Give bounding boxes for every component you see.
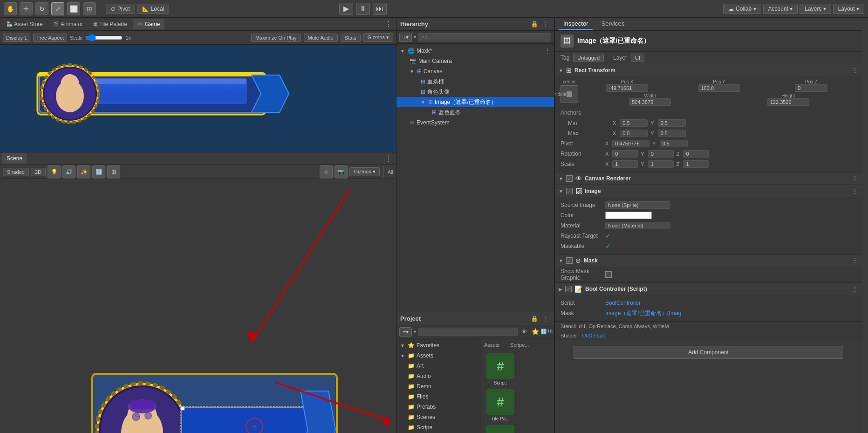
transform-tool-btn[interactable]: ⊞ — [83, 2, 96, 15]
proj-item-scenes[interactable]: 📁 Scenes — [396, 412, 480, 422]
scene-grid-btn[interactable]: ⊞ — [107, 165, 120, 179]
hierarchy-add-btn[interactable]: +▾ — [399, 33, 412, 42]
project-more-btn[interactable]: ⋮ — [541, 314, 550, 323]
rt-settings[interactable]: ⋮ — [852, 67, 858, 74]
play-btn[interactable]: ▶ — [339, 3, 353, 15]
tab-services[interactable]: Services — [596, 18, 629, 30]
proj-item-demo[interactable]: 📁 Demo — [396, 381, 480, 392]
project-search[interactable] — [418, 328, 518, 336]
project-lock-btn[interactable]: 🔒 — [530, 314, 539, 323]
layout-btn[interactable]: Layout ▾ — [833, 4, 864, 14]
anchor-min-y[interactable] — [658, 119, 686, 127]
mute-btn[interactable]: Mute Audio — [304, 34, 338, 42]
anchor-preset-widget[interactable]: middle — [560, 85, 578, 103]
scale-tool-btn[interactable]: ⤢ — [51, 2, 64, 15]
show-mask-checkbox[interactable] — [605, 271, 612, 278]
img-checkbox[interactable]: ✓ — [566, 188, 573, 194]
cr-checkbox[interactable]: ✓ — [566, 175, 573, 182]
color-swatch[interactable] — [605, 212, 652, 219]
display-select[interactable]: Display 1 — [3, 34, 30, 42]
scale-y[interactable] — [648, 160, 674, 168]
scene-cam-btn[interactable]: 📷 — [335, 165, 348, 179]
asset-tile-palette[interactable]: # Tile Pa... — [484, 389, 517, 421]
hier-item-image-mask[interactable]: ▼ ⊞ Image（遮罩/已重命名） — [396, 97, 554, 107]
rotate-tool-btn[interactable]: ↻ — [35, 2, 48, 15]
hierarchy-lock-btn[interactable]: 🔒 — [530, 20, 539, 29]
mask-enabled-check[interactable]: ✓ — [566, 257, 573, 264]
rotation-x[interactable] — [612, 150, 638, 158]
hier-item-portrait[interactable]: ⊞ 角色头像 — [396, 87, 554, 97]
maximize-btn[interactable]: Maximize On Play — [251, 34, 301, 42]
hier-item-canvas[interactable]: ▼ ⊞ Canvas — [396, 66, 554, 76]
anchor-min-x[interactable] — [620, 119, 648, 127]
proj-item-audio[interactable]: 📁 Audio — [396, 371, 480, 381]
proj-item-files[interactable]: 📁 Files — [396, 392, 480, 402]
bc-mask-value[interactable]: Image（遮罩/已重命名）(Imag — [605, 309, 681, 317]
cr-settings[interactable]: ⋮ — [852, 175, 858, 182]
2d-btn[interactable]: 2D — [31, 168, 46, 176]
canvas-renderer-header[interactable]: ▼ ✓ 👁 Canvas Renderer ⋮ — [555, 172, 862, 185]
proj-item-art[interactable]: 📁 Art — [396, 361, 480, 371]
scene-fx-btn[interactable]: ✨ — [77, 165, 90, 179]
bool-controller-header[interactable]: ▶ ✓ 📝 Bool Controller (Script) ⋮ — [555, 283, 862, 295]
proj-item-scripe[interactable]: 📁 Scripe — [396, 422, 480, 433]
rect-transform-header[interactable]: ▼ ⊞ Rect Transform ⋮ — [555, 64, 862, 76]
scale-x[interactable] — [612, 160, 638, 168]
scale-z[interactable] — [683, 160, 709, 168]
tab-scene[interactable]: Scene — [2, 153, 27, 164]
add-component-btn[interactable]: Add Component — [574, 346, 843, 359]
move-tool-btn[interactable]: ✛ — [20, 2, 33, 15]
hier-item-blood-frame[interactable]: ⊞ 血条框 — [396, 76, 554, 87]
proj-eye-btn[interactable]: 👁 — [519, 327, 529, 337]
hierarchy-more-btn[interactable]: ⋮ — [541, 20, 550, 29]
scene-anim-btn[interactable]: 🔢 — [92, 165, 105, 179]
gizmos-scene-btn[interactable]: Gizmos ▾ — [349, 167, 379, 176]
hier-item-eventsystem[interactable]: ⚙ EventSystem — [396, 117, 554, 128]
proj-item-prefabs[interactable]: 📁 Prefabs — [396, 402, 480, 412]
local-btn[interactable]: 📐 Local — [137, 4, 170, 14]
hier-options-maxk[interactable]: ⋮ — [545, 48, 550, 54]
source-image-input[interactable] — [605, 201, 670, 209]
step-btn[interactable]: ⏭ — [373, 3, 387, 15]
stats-btn[interactable]: Stats — [341, 34, 361, 42]
hand-tool-btn[interactable]: ✋ — [4, 2, 17, 15]
hierarchy-search[interactable] — [418, 33, 551, 41]
mask-settings[interactable]: ⋮ — [852, 257, 858, 264]
rect-tool-btn[interactable]: ⬜ — [67, 2, 80, 15]
tag-select[interactable]: Untagged — [573, 54, 604, 62]
tab-tile-palette[interactable]: ▦ Tile Palette — [89, 19, 132, 29]
pos-z-input[interactable] — [795, 84, 827, 92]
pivot-x[interactable] — [612, 140, 649, 147]
project-add-btn[interactable]: +▾ — [399, 327, 412, 337]
scene-tabs-menu[interactable]: ⋮ — [383, 155, 394, 163]
collab-btn[interactable]: ☁ Collab ▾ — [723, 4, 761, 14]
proj-item-assets[interactable]: ▼ 📁 Assets — [396, 351, 480, 361]
pivot-y[interactable] — [660, 140, 688, 147]
account-btn[interactable]: Account ▾ — [763, 4, 798, 14]
proj-item-favorites[interactable]: ▼ ⭐ Favorites — [396, 340, 480, 351]
tab-animator[interactable]: 🎬 Animator — [48, 19, 88, 29]
gizmos-game-btn[interactable]: Gizmos ▾ — [363, 33, 393, 42]
pivot-btn[interactable]: ⊙ Pivot — [106, 4, 135, 14]
scene-light-btn[interactable]: 💡 — [48, 165, 61, 179]
rotation-z[interactable] — [683, 150, 709, 158]
scale-slider[interactable] — [85, 34, 123, 41]
tab-game[interactable]: 🎮 Game — [133, 19, 165, 29]
shader-value[interactable]: UI/Default — [582, 333, 605, 338]
pos-x-input[interactable] — [606, 84, 648, 92]
width-input[interactable] — [629, 98, 671, 106]
scene-audio-btn[interactable]: 🔊 — [62, 165, 75, 179]
tab-inspector[interactable]: Inspector — [559, 18, 593, 30]
shading-select[interactable]: Shaded — [3, 168, 29, 176]
script-value[interactable]: BoolController — [605, 300, 641, 306]
bc-checkbox[interactable]: ✓ — [565, 286, 572, 292]
asset-bool[interactable]: # Bool... — [484, 425, 517, 433]
height-input[interactable] — [767, 98, 809, 106]
bc-settings[interactable]: ⋮ — [852, 285, 858, 293]
aspect-select[interactable]: Free Aspect — [33, 34, 67, 42]
scene-snap-btn[interactable]: ⊹ — [320, 165, 333, 179]
proj-star-btn[interactable]: ⭐ — [531, 327, 540, 337]
img-settings[interactable]: ⋮ — [852, 187, 858, 195]
pause-btn[interactable]: ⏸ — [356, 3, 370, 15]
layers-btn[interactable]: Layers ▾ — [800, 4, 831, 14]
